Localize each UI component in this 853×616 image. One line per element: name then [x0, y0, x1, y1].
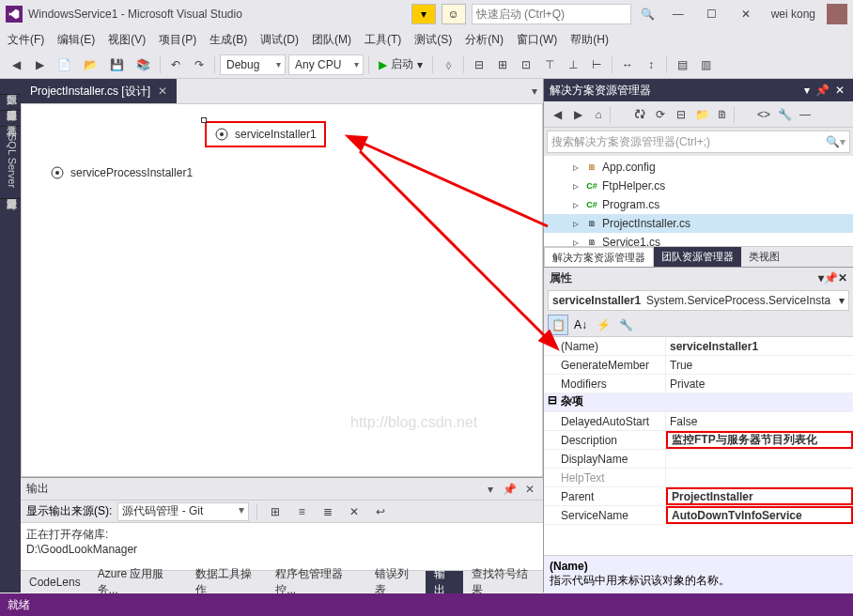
nav-fwd-icon[interactable]: ▶ — [29, 54, 50, 75]
menu-file[interactable]: 文件(F) — [8, 32, 44, 48]
se-home-icon[interactable]: ⌂ — [589, 105, 608, 124]
notification-flag-icon[interactable]: ▾ — [411, 4, 436, 24]
maximize-button[interactable]: ☐ — [698, 4, 726, 24]
output-prev-icon[interactable]: ≡ — [291, 501, 312, 522]
component-serviceinstaller1[interactable]: serviceInstaller1 — [205, 121, 326, 147]
prop-value[interactable]: serviceInstaller1 — [666, 337, 853, 355]
redo-icon[interactable]: ↷ — [189, 54, 209, 75]
prop-row[interactable]: (Name)serviceInstaller1 — [544, 337, 853, 356]
open-icon[interactable]: 📂 — [79, 54, 102, 75]
hspace-icon[interactable]: ↔ — [617, 54, 638, 75]
vtab-sql[interactable]: SQL Server 对象资源管理器 — [0, 127, 21, 199]
panel-close-icon[interactable]: ✕ — [522, 483, 537, 496]
menu-team[interactable]: 团队(M) — [312, 32, 351, 48]
props-categorize-icon[interactable]: 📋 — [548, 315, 568, 335]
prop-row[interactable]: HelpText — [544, 469, 853, 487]
btab-azure[interactable]: Azure 应用服务... — [89, 571, 187, 593]
menu-build[interactable]: 生成(B) — [209, 32, 247, 48]
doc-tab-projectinstaller[interactable]: ProjectInstaller.cs [设计] ✕ — [21, 79, 177, 103]
props-events-icon[interactable]: ⚡ — [593, 315, 613, 335]
prop-category[interactable]: ⊟杂项 — [544, 393, 853, 412]
doc-tab-dropdown-icon[interactable]: ▾ — [526, 85, 543, 98]
btab-output[interactable]: 输出 — [426, 571, 463, 593]
close-button[interactable]: ✕ — [732, 4, 760, 24]
vtab-datasource[interactable]: 数据源 — [0, 79, 21, 95]
btab-data[interactable]: 数据工具操作 — [187, 571, 267, 593]
config-combo[interactable]: Debug — [220, 54, 286, 75]
menu-window[interactable]: 窗口(W) — [517, 32, 557, 48]
se-props-icon[interactable]: 🗎 — [713, 105, 732, 124]
feedback-icon[interactable]: ☺ — [442, 4, 466, 24]
se-more-icon[interactable]: — — [796, 105, 814, 124]
designer-surface[interactable]: serviceInstaller1 serviceProcessInstalle… — [21, 103, 543, 477]
quick-launch-input[interactable] — [472, 4, 631, 24]
se-sync-icon[interactable]: 🗘 — [630, 105, 649, 124]
vtab-toolbox[interactable]: 工具箱 — [0, 111, 21, 127]
output-find-icon[interactable]: ⊞ — [265, 501, 286, 522]
prop-value[interactable]: AutoDownTvInfoService — [666, 506, 853, 524]
prop-row[interactable]: Description监控FTP与服务器节目列表化 — [544, 431, 853, 450]
se-back-icon[interactable]: ◀ — [548, 105, 566, 124]
tree-item[interactable]: ▹C#Program.cs — [544, 195, 853, 214]
align-top-icon[interactable]: ⊤ — [539, 54, 560, 75]
start-debug-button[interactable]: ▶启动 ▾ — [374, 54, 427, 75]
btab-find[interactable]: 查找符号结果 — [463, 571, 543, 593]
tree-item[interactable]: ▹C#FtpHelper.cs — [544, 177, 853, 195]
align-left-icon[interactable]: ⊟ — [469, 54, 489, 75]
se-code-icon[interactable]: <> — [754, 105, 773, 124]
se-prop2-icon[interactable]: 🔧 — [775, 105, 794, 124]
prop-row[interactable]: DisplayName — [544, 450, 853, 469]
avatar[interactable] — [827, 4, 847, 24]
se-tab-solution[interactable]: 解决方案资源管理器 — [544, 247, 654, 267]
align-right-icon[interactable]: ⊡ — [516, 54, 536, 75]
minimize-button[interactable]: — — [664, 4, 692, 24]
prop-row[interactable]: GenerateMemberTrue — [544, 356, 853, 375]
se-dropdown-icon[interactable]: ▾ — [801, 84, 813, 97]
output-wrap-icon[interactable]: ↩ — [370, 501, 391, 522]
output-next-icon[interactable]: ≣ — [318, 501, 338, 522]
send-back-icon[interactable]: ▥ — [695, 54, 716, 75]
menu-help[interactable]: 帮助(H) — [570, 32, 609, 48]
prop-value[interactable]: True — [666, 356, 853, 374]
new-project-icon[interactable]: 📄 — [53, 54, 76, 75]
prop-value[interactable]: Private — [666, 375, 853, 393]
user-name[interactable]: wei kong — [766, 8, 821, 21]
prop-row[interactable]: ServiceNameAutoDownTvInfoService — [544, 506, 853, 525]
prop-row[interactable]: ModifiersPrivate — [544, 375, 853, 393]
prop-row[interactable]: ParentProjectInstaller — [544, 487, 853, 506]
bring-front-icon[interactable]: ▤ — [672, 54, 692, 75]
nav-back-icon[interactable]: ◀ — [6, 54, 26, 75]
output-clear-icon[interactable]: ✕ — [344, 501, 364, 522]
vspace-icon[interactable]: ↕ — [641, 54, 661, 75]
btab-errors[interactable]: 错误列表 — [366, 571, 426, 593]
menu-test[interactable]: 测试(S) — [414, 32, 452, 48]
props-object-combo[interactable]: serviceInstaller1 System.ServiceProcess.… — [548, 290, 849, 311]
props-pin-icon[interactable]: 📌 — [824, 271, 838, 285]
props-prop-icon[interactable]: 🔧 — [615, 315, 636, 335]
menu-tools[interactable]: 工具(T) — [364, 32, 401, 48]
menu-debug[interactable]: 调试(D) — [260, 32, 299, 48]
se-pin-icon[interactable]: 📌 — [813, 84, 832, 97]
btab-codelens[interactable]: CodeLens — [21, 571, 89, 593]
btab-pkg[interactable]: 程序包管理器控... — [267, 571, 366, 593]
tree-item[interactable]: ▹🗎App.config — [544, 158, 853, 177]
undo-icon[interactable]: ↶ — [165, 54, 186, 75]
prop-value[interactable] — [666, 450, 853, 468]
close-tab-icon[interactable]: ✕ — [158, 85, 167, 98]
prop-value[interactable]: ProjectInstaller — [666, 487, 853, 505]
se-search-dropdown-icon[interactable]: ▾ — [840, 135, 845, 148]
align-center-icon[interactable]: ⊞ — [492, 54, 513, 75]
se-collapse-icon[interactable]: ⊟ — [672, 105, 690, 124]
panel-dropdown-icon[interactable]: ▾ — [485, 483, 496, 496]
se-tab-class[interactable]: 类视图 — [741, 247, 787, 267]
prop-value[interactable]: False — [666, 412, 853, 430]
props-alpha-icon[interactable]: A↓ — [570, 315, 591, 335]
props-close-icon[interactable]: ✕ — [838, 271, 847, 285]
solution-tree[interactable]: ▹🗎App.config▹C#FtpHelper.cs▹C#Program.cs… — [544, 156, 853, 246]
prop-value[interactable]: 监控FTP与服务器节目列表化 — [666, 431, 853, 449]
se-close-icon[interactable]: ✕ — [832, 84, 847, 97]
step-icon[interactable]: ⎀ — [438, 54, 458, 75]
panel-pin-icon[interactable]: 📌 — [500, 483, 520, 496]
prop-value[interactable] — [666, 469, 853, 486]
menu-view[interactable]: 视图(V) — [108, 32, 146, 48]
